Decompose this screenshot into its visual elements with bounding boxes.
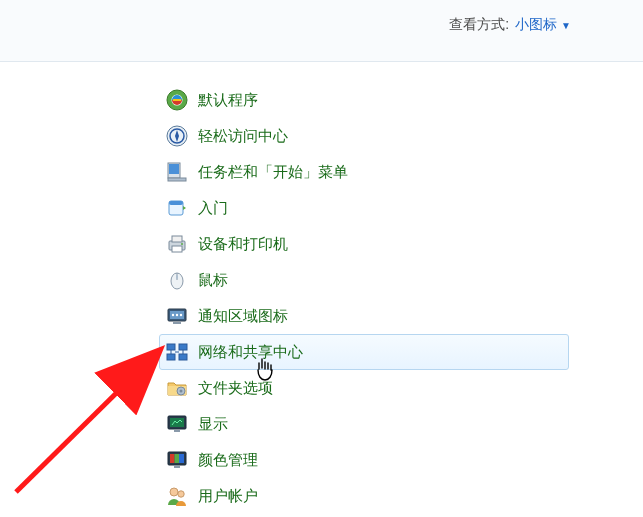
- svg-rect-7: [168, 178, 186, 181]
- item-notification-icons[interactable]: 通知区域图标: [159, 298, 569, 334]
- item-user-accounts[interactable]: 用户帐户: [159, 478, 569, 514]
- svg-point-22: [180, 314, 182, 316]
- item-folder-options[interactable]: 文件夹选项: [159, 370, 569, 406]
- svg-rect-24: [179, 344, 187, 350]
- default-programs-icon: [166, 89, 188, 111]
- item-label: 网络和共享中心: [198, 343, 303, 362]
- item-devices-printers[interactable]: 设备和打印机: [159, 226, 569, 262]
- svg-rect-2: [173, 99, 181, 101]
- svg-rect-11: [172, 236, 182, 242]
- network-sharing-icon: [166, 341, 188, 363]
- svg-point-21: [176, 314, 178, 316]
- svg-line-42: [16, 352, 158, 492]
- item-network-sharing[interactable]: 网络和共享中心: [159, 334, 569, 370]
- item-label: 轻松访问中心: [198, 127, 288, 146]
- view-mode-dropdown[interactable]: 小图标 ▼: [515, 16, 571, 34]
- notification-icons-icon: [166, 305, 188, 327]
- item-label: 设备和打印机: [198, 235, 288, 254]
- color-management-icon: [166, 449, 188, 471]
- item-label: 任务栏和「开始」菜单: [198, 163, 348, 182]
- svg-rect-6: [169, 164, 179, 174]
- item-getting-started[interactable]: 入门: [159, 190, 569, 226]
- control-panel-item-list: 默认程序 轻松访问中心 任务栏和「开始」菜单: [159, 82, 569, 514]
- svg-point-31: [180, 390, 183, 393]
- item-label: 用户帐户: [198, 487, 258, 506]
- svg-rect-34: [174, 430, 180, 432]
- svg-point-13: [181, 243, 183, 245]
- svg-rect-19: [173, 322, 181, 324]
- view-mode-bar: 查看方式: 小图标 ▼: [0, 0, 643, 62]
- chevron-down-icon: ▼: [561, 20, 571, 31]
- item-mouse[interactable]: 鼠标: [159, 262, 569, 298]
- svg-rect-9: [169, 201, 183, 205]
- item-default-programs[interactable]: 默认程序: [159, 82, 569, 118]
- item-label: 入门: [198, 199, 228, 218]
- view-mode-label: 查看方式:: [449, 16, 509, 34]
- mouse-icon: [166, 269, 188, 291]
- folder-options-icon: [166, 377, 188, 399]
- svg-point-41: [178, 491, 184, 497]
- svg-point-40: [170, 488, 178, 496]
- item-label: 鼠标: [198, 271, 228, 290]
- item-label: 通知区域图标: [198, 307, 288, 326]
- svg-rect-25: [167, 354, 175, 360]
- taskbar-start-icon: [166, 161, 188, 183]
- svg-rect-37: [175, 454, 180, 463]
- svg-rect-12: [172, 246, 182, 252]
- devices-printers-icon: [166, 233, 188, 255]
- user-accounts-icon: [166, 485, 188, 507]
- annotation-arrow-icon: [8, 340, 178, 500]
- display-icon: [166, 413, 188, 435]
- item-ease-of-access[interactable]: 轻松访问中心: [159, 118, 569, 154]
- item-display[interactable]: 显示: [159, 406, 569, 442]
- item-label: 默认程序: [198, 91, 258, 110]
- svg-rect-16: [176, 275, 178, 279]
- svg-rect-38: [179, 454, 184, 463]
- getting-started-icon: [166, 197, 188, 219]
- svg-rect-39: [174, 466, 180, 468]
- view-mode-value: 小图标: [515, 16, 557, 34]
- item-label: 颜色管理: [198, 451, 258, 470]
- item-label: 显示: [198, 415, 228, 434]
- svg-rect-23: [167, 344, 175, 350]
- svg-rect-26: [179, 354, 187, 360]
- svg-point-20: [172, 314, 174, 316]
- ease-of-access-icon: [166, 125, 188, 147]
- item-taskbar-start[interactable]: 任务栏和「开始」菜单: [159, 154, 569, 190]
- item-label: 文件夹选项: [198, 379, 273, 398]
- item-color-management[interactable]: 颜色管理: [159, 442, 569, 478]
- svg-rect-36: [170, 454, 175, 463]
